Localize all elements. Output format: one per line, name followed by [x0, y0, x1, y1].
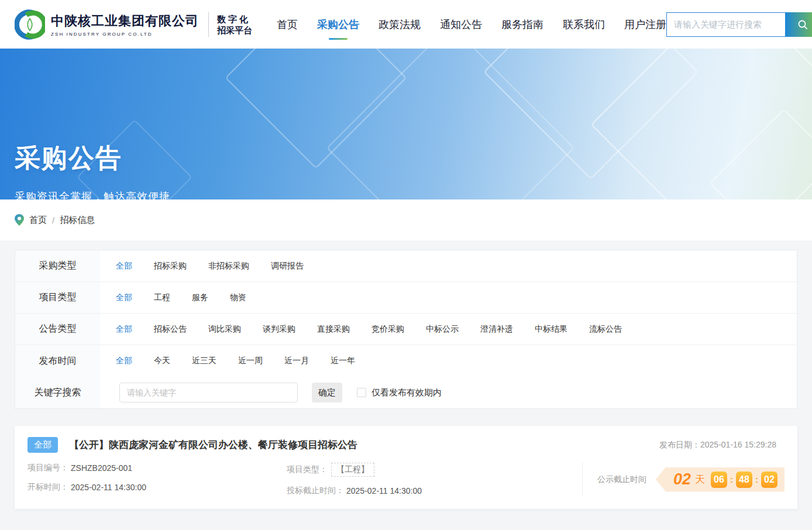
result-head: 全部 【公开】陕西庞家河金矿有限公司办公楼、餐厅装修项目招标公告 发布日期：20… — [27, 426, 785, 453]
hero-banner: 采购公告 采购资讯全掌握，触达高效便捷 — [0, 49, 812, 199]
confirm-button[interactable]: 确定 — [312, 383, 342, 402]
filter-option-2-2[interactable]: 询比采购 — [208, 324, 241, 335]
filter-options: 全部招标采购非招标采购调研报告 — [100, 250, 325, 281]
valid-period-checkbox[interactable] — [357, 388, 366, 397]
nav-item-label: 用户注册 — [624, 18, 666, 32]
nav-item-6[interactable]: 用户注册 — [624, 0, 666, 49]
open-time-line: 开标时间： 2025-02-11 14:30:00 — [27, 482, 287, 493]
search-icon — [797, 19, 808, 30]
filter-option-3-4[interactable]: 近一月 — [284, 356, 309, 366]
countdown-section: 公示截止时间 02 天 06 : 48 : 02 — [582, 463, 785, 496]
breadcrumb-home[interactable]: 首页 — [29, 215, 47, 226]
result-list-item[interactable]: 全部 【公开】陕西庞家河金矿有限公司办公楼、餐厅装修项目招标公告 发布日期：20… — [15, 426, 797, 509]
filter-option-2-3[interactable]: 谈判采购 — [263, 324, 295, 335]
filter-option-2-7[interactable]: 澄清补遗 — [480, 324, 513, 335]
nav-item-label: 政策法规 — [379, 18, 421, 32]
result-title[interactable]: 【公开】陕西庞家河金矿有限公司办公楼、餐厅装修项目招标公告 — [69, 438, 357, 452]
filter-options: 全部工程服务物资 — [100, 282, 268, 313]
filter-option-3-0[interactable]: 全部 — [116, 356, 132, 366]
nav-item-label: 采购公告 — [317, 18, 359, 32]
filter-option-0-2[interactable]: 非招标采购 — [208, 261, 249, 271]
project-type-chip: 【工程】 — [331, 463, 374, 477]
countdown-colon: : — [755, 474, 758, 484]
location-pin-icon — [15, 214, 24, 226]
company-name-en: ZSH INDUSTRY GROUP CO.LTD — [51, 32, 199, 37]
platform-line2: 招采平台 — [217, 25, 252, 36]
filter-option-2-6[interactable]: 中标公示 — [426, 324, 459, 335]
nav-item-0[interactable]: 首页 — [277, 0, 298, 49]
logo-rings-icon — [15, 9, 45, 40]
filter-row-0: 采购类型全部招标采购非招标采购调研报告 — [15, 250, 797, 282]
filter-row-label: 关键字搜索 — [15, 377, 100, 408]
filter-row-label: 公告类型 — [15, 314, 100, 345]
page-title: 采购公告 — [15, 141, 122, 175]
project-number-value: ZSHZB2025-001 — [71, 463, 132, 473]
filter-row-label: 采购类型 — [15, 250, 100, 281]
header-search-button[interactable] — [785, 12, 812, 37]
filter-row-label: 项目类型 — [15, 282, 100, 313]
countdown-ribbon: 02 天 06 : 48 : 02 — [656, 467, 785, 492]
nav-item-3[interactable]: 通知公告 — [440, 0, 482, 49]
deadline-label: 投标截止时间： — [287, 486, 344, 496]
filter-options: 全部招标公告询比采购谈判采购直接采购竞价采购中标公示澄清补遗中标结果流标公告 — [100, 314, 644, 345]
filter-options: 全部今天近三天近一周近一月近一年 — [100, 345, 377, 377]
breadcrumb-separator: / — [52, 215, 54, 225]
countdown-colon: : — [730, 474, 733, 484]
keyword-input[interactable] — [119, 383, 298, 402]
filter-option-2-9[interactable]: 流标公告 — [589, 324, 622, 335]
nav-item-label: 通知公告 — [440, 18, 482, 32]
countdown-days: 02 — [673, 470, 691, 488]
filter-option-3-3[interactable]: 近一周 — [238, 356, 263, 366]
filter-row-2: 公告类型全部招标公告询比采购谈判采购直接采购竞价采购中标公示澄清补遗中标结果流标… — [15, 314, 797, 345]
platform-line1: 数字化 — [217, 13, 252, 25]
countdown-minutes: 48 — [736, 472, 752, 488]
filter-option-1-1[interactable]: 工程 — [154, 292, 170, 303]
filter-option-2-4[interactable]: 直接采购 — [317, 324, 350, 335]
filter-option-1-2[interactable]: 服务 — [192, 292, 208, 303]
content-area: 采购类型全部招标采购非招标采购调研报告项目类型全部工程服务物资公告类型全部招标公… — [0, 240, 812, 509]
filter-option-0-1[interactable]: 招标采购 — [154, 261, 187, 271]
brand-logo[interactable]: 中陕核工业集团有限公司 ZSH INDUSTRY GROUP CO.LTD 数字… — [15, 9, 252, 40]
filter-option-3-5[interactable]: 近一年 — [331, 356, 355, 366]
active-nav-underline — [329, 38, 347, 40]
open-time-value: 2025-02-11 14:30:00 — [71, 483, 146, 492]
main-nav: 首页采购公告政策法规通知公告服务指南联系我们用户注册 — [277, 0, 666, 49]
deadline-line: 投标截止时间： 2025-02-11 14:30:00 — [287, 486, 582, 496]
countdown-days-unit: 天 — [695, 473, 705, 486]
filter-row-1: 项目类型全部工程服务物资 — [15, 282, 797, 314]
filter-option-1-3[interactable]: 物资 — [230, 292, 246, 303]
company-name-cn: 中陕核工业集团有限公司 — [51, 12, 199, 30]
filter-panel: 采购类型全部招标采购非招标采购调研报告项目类型全部工程服务物资公告类型全部招标公… — [15, 250, 797, 409]
header: 中陕核工业集团有限公司 ZSH INDUSTRY GROUP CO.LTD 数字… — [0, 0, 812, 49]
filter-option-3-2[interactable]: 近三天 — [192, 356, 216, 366]
project-number-label: 项目编号： — [27, 463, 68, 473]
filter-option-2-0[interactable]: 全部 — [116, 324, 132, 335]
nav-item-5[interactable]: 联系我们 — [563, 0, 605, 49]
breadcrumb-current[interactable]: 招标信息 — [60, 215, 95, 226]
publish-date-label: 发布日期： — [659, 440, 700, 449]
nav-item-2[interactable]: 政策法规 — [379, 0, 421, 49]
breadcrumb-bar: 首页 / 招标信息 — [0, 199, 812, 240]
project-type-line: 项目类型： 【工程】 — [287, 463, 582, 477]
platform-name: 数字化 招采平台 — [217, 13, 252, 36]
result-publish-date: 发布日期：2025-01-16 15:29:28 — [659, 440, 785, 450]
filter-option-0-3[interactable]: 调研报告 — [271, 261, 304, 271]
deadline-value: 2025-02-11 14:30:00 — [346, 486, 422, 495]
nav-item-label: 服务指南 — [501, 18, 543, 32]
filter-option-2-5[interactable]: 竞价采购 — [371, 324, 404, 335]
filter-option-3-1[interactable]: 今天 — [154, 356, 170, 366]
open-time-label: 开标时间： — [27, 482, 68, 493]
filter-option-2-8[interactable]: 中标结果 — [535, 324, 567, 335]
nav-item-4[interactable]: 服务指南 — [501, 0, 543, 49]
filter-option-1-0[interactable]: 全部 — [116, 292, 132, 303]
nav-item-1[interactable]: 采购公告 — [317, 0, 359, 49]
header-search-input[interactable] — [666, 12, 785, 37]
nav-item-label: 联系我们 — [563, 18, 605, 32]
filter-option-2-1[interactable]: 招标公告 — [154, 324, 187, 335]
countdown-seconds: 02 — [761, 472, 777, 488]
filter-option-0-0[interactable]: 全部 — [116, 261, 132, 271]
filter-row-3: 发布时间全部今天近三天近一周近一月近一年 — [15, 345, 797, 377]
countdown-hours: 06 — [711, 472, 727, 488]
filter-row-keyword: 关键字搜索 确定 仅看发布有效期内 — [15, 377, 797, 408]
breadcrumb: 首页 / 招标信息 — [15, 214, 95, 226]
